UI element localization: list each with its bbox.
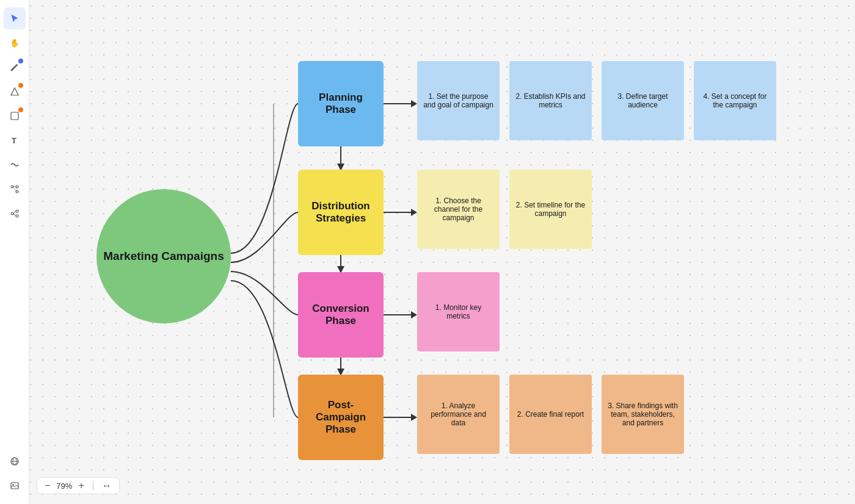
distribution-note-2[interactable]: 2. Set timeline for the campaign [509, 170, 592, 249]
zoom-level: 79% [56, 481, 72, 491]
zoom-fit-button[interactable]: ↔ [101, 480, 113, 491]
shape-dot [18, 83, 23, 88]
text-tool[interactable]: T [4, 129, 26, 151]
svg-text:T: T [12, 136, 16, 145]
draw-tool[interactable] [4, 154, 26, 176]
planning-note-4[interactable]: 4. Set a concept for the campaign [694, 61, 776, 140]
pen-tool[interactable] [4, 56, 26, 78]
zoom-in-button[interactable]: + [77, 480, 85, 491]
planning-phase-box[interactable]: Planning Phase [298, 61, 384, 146]
svg-rect-1 [11, 112, 18, 120]
toolbar: ✋ T [0, 0, 29, 504]
svg-line-12 [13, 214, 16, 216]
conversion-phase-label: Conversion Phase [304, 303, 377, 327]
postcampaign-note-2[interactable]: 2. Create final report [509, 375, 592, 454]
zoom-bar: − 79% + ↔ [37, 477, 120, 494]
postcampaign-note-1[interactable]: 1. Analyze performance and data [417, 375, 500, 454]
svg-point-8 [11, 212, 13, 215]
pen-dot [18, 59, 23, 63]
planning-note-1[interactable]: 1. Set the purpose and goal of campaign [417, 61, 500, 140]
svg-marker-20 [411, 100, 417, 107]
select-tool[interactable] [4, 7, 26, 29]
distribution-phase-label: Distribution Strategies [304, 200, 377, 225]
svg-marker-24 [411, 311, 417, 319]
postcampaign-phase-label: Post-Campaign Phase [304, 399, 377, 436]
canvas[interactable]: Marketing Campaigns Planning Phase Distr… [29, 0, 855, 504]
svg-line-11 [13, 211, 16, 214]
distribution-phase-box[interactable]: Distribution Strategies [298, 170, 384, 255]
planning-phase-label: Planning Phase [304, 92, 377, 116]
postcampaign-note-3[interactable]: 3. Share findings with team, stakeholder… [602, 375, 684, 454]
connector-tool[interactable] [4, 178, 26, 200]
center-node[interactable]: Marketing Campaigns [96, 189, 231, 323]
svg-text:✋: ✋ [10, 38, 20, 48]
center-label: Marketing Campaigns [103, 250, 224, 263]
postcampaign-phase-box[interactable]: Post-Campaign Phase [298, 375, 384, 460]
zoom-divider [93, 481, 93, 491]
svg-point-17 [12, 484, 13, 485]
svg-point-10 [16, 215, 18, 217]
svg-point-9 [16, 210, 18, 212]
svg-marker-22 [411, 209, 417, 216]
hand-tool[interactable]: ✋ [4, 32, 26, 54]
conversion-phase-box[interactable]: Conversion Phase [298, 272, 384, 358]
image-tool[interactable] [4, 475, 26, 497]
globe-tool[interactable] [4, 450, 26, 472]
shape-tool[interactable] [4, 81, 26, 103]
planning-note-2[interactable]: 2. Establish KPIs and metrics [509, 61, 592, 140]
zoom-out-button[interactable]: − [43, 480, 51, 491]
note-dot [18, 107, 23, 112]
note-tool[interactable] [4, 105, 26, 127]
svg-marker-26 [411, 414, 417, 421]
distribution-note-1[interactable]: 1. Choose the channel for the campaign [417, 170, 500, 249]
smart-tool[interactable] [4, 203, 26, 225]
planning-note-3[interactable]: 3. Define target audience [602, 61, 684, 140]
conversion-note-1[interactable]: 1. Monitor key metrics [417, 272, 500, 351]
